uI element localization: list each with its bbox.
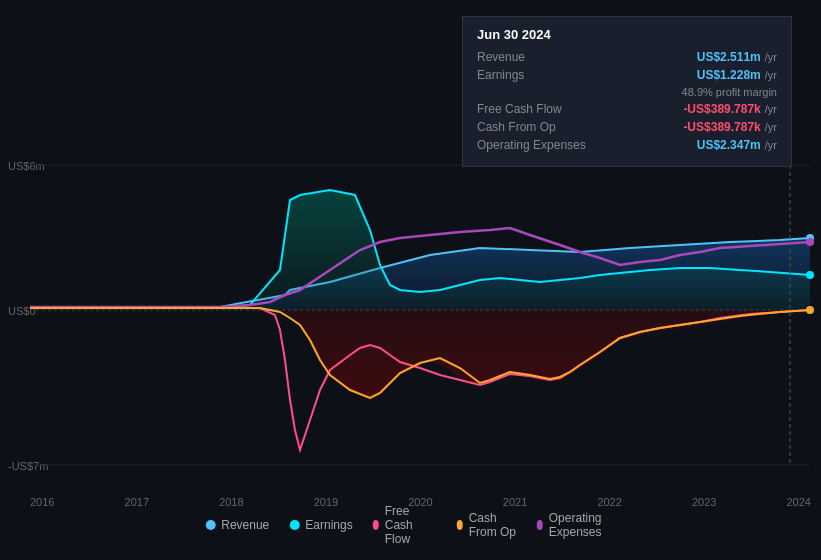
tooltip-label-fcf: Free Cash Flow bbox=[477, 102, 597, 116]
legend-dot-earnings bbox=[289, 520, 299, 530]
tooltip-panel: Jun 30 2024 Revenue US$2.511m/yr Earning… bbox=[462, 16, 792, 167]
x-label-2016: 2016 bbox=[30, 496, 54, 508]
legend-dot-revenue bbox=[205, 520, 215, 530]
legend-item-fcf: Free Cash Flow bbox=[373, 504, 437, 546]
tooltip-value-revenue: US$2.511m bbox=[697, 50, 761, 64]
tooltip-value-cashfromop: -US$389.787k bbox=[683, 120, 760, 134]
svg-point-4 bbox=[806, 271, 814, 279]
tooltip-row-revenue: Revenue US$2.511m/yr bbox=[477, 50, 777, 64]
legend-label-opex: Operating Expenses bbox=[549, 511, 616, 539]
tooltip-row-earnings: Earnings US$1.228m/yr bbox=[477, 68, 777, 82]
legend-label-cashfromop: Cash From Op bbox=[469, 511, 517, 539]
legend-dot-fcf bbox=[373, 520, 379, 530]
legend-item-earnings: Earnings bbox=[289, 518, 352, 532]
x-label-2017: 2017 bbox=[125, 496, 149, 508]
tooltip-value-earnings: US$1.228m bbox=[697, 68, 761, 82]
legend-label-revenue: Revenue bbox=[221, 518, 269, 532]
legend-label-earnings: Earnings bbox=[305, 518, 352, 532]
tooltip-profit-margin: 48.9% profit margin bbox=[682, 86, 777, 98]
tooltip-value-fcf: -US$389.787k bbox=[683, 102, 760, 116]
tooltip-date: Jun 30 2024 bbox=[477, 27, 777, 42]
legend-item-opex: Operating Expenses bbox=[537, 511, 616, 539]
svg-point-5 bbox=[806, 238, 814, 246]
tooltip-row-cashfromop: Cash From Op -US$389.787k/yr bbox=[477, 120, 777, 134]
tooltip-label-opex: Operating Expenses bbox=[477, 138, 597, 152]
chart-legend: Revenue Earnings Free Cash Flow Cash Fro… bbox=[205, 504, 616, 546]
legend-item-cashfromop: Cash From Op bbox=[457, 511, 517, 539]
legend-item-revenue: Revenue bbox=[205, 518, 269, 532]
legend-dot-cashfromop bbox=[457, 520, 463, 530]
tooltip-label-revenue: Revenue bbox=[477, 50, 597, 64]
legend-dot-opex bbox=[537, 520, 543, 530]
tooltip-row-fcf: Free Cash Flow -US$389.787k/yr bbox=[477, 102, 777, 116]
tooltip-value-opex: US$2.347m bbox=[697, 138, 761, 152]
tooltip-row-opex: Operating Expenses US$2.347m/yr bbox=[477, 138, 777, 152]
x-label-2024: 2024 bbox=[787, 496, 811, 508]
tooltip-label-earnings: Earnings bbox=[477, 68, 597, 82]
x-label-2023: 2023 bbox=[692, 496, 716, 508]
tooltip-row-profit-margin: 48.9% profit margin bbox=[477, 86, 777, 98]
tooltip-label-cashfromop: Cash From Op bbox=[477, 120, 597, 134]
legend-label-fcf: Free Cash Flow bbox=[385, 504, 437, 546]
svg-point-6 bbox=[806, 306, 814, 314]
